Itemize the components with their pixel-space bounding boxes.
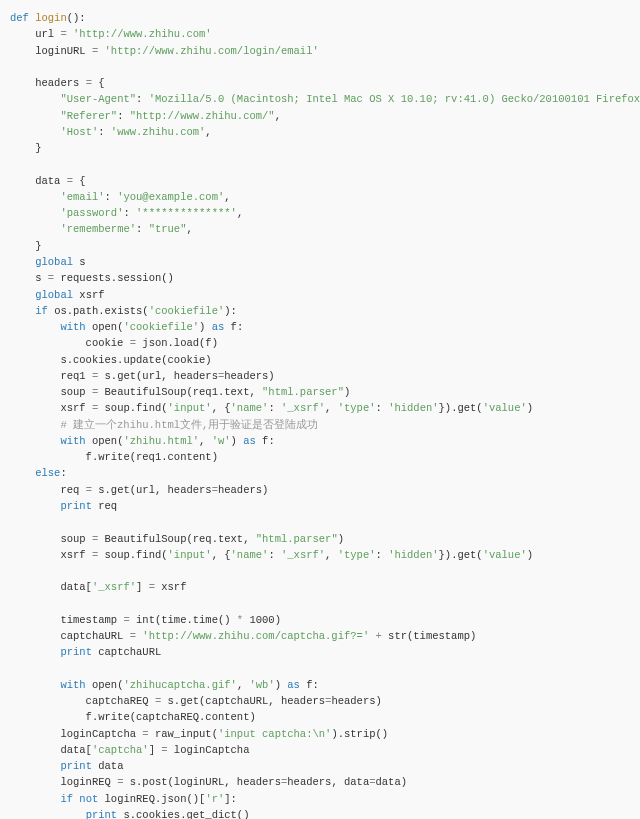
- code-token: }).get(: [439, 402, 483, 414]
- code-token: =: [149, 581, 162, 593]
- code-token: =: [92, 45, 105, 57]
- code-line: captchaURL = 'http://www.zhihu.com/captc…: [10, 630, 476, 642]
- code-token: 'cookiefile': [123, 321, 199, 333]
- code-token: , {: [212, 549, 231, 561]
- code-token: json.load(f): [142, 337, 218, 349]
- code-token: s.cookies.get_dict(): [117, 809, 249, 819]
- code-token: [10, 419, 60, 431]
- code-token: [10, 679, 60, 691]
- code-token: # 建立一个zhihu.html文件,用于验证是否登陆成功: [60, 419, 318, 431]
- code-token: [10, 191, 60, 203]
- code-token: :: [268, 549, 281, 561]
- code-token: ,: [325, 402, 338, 414]
- code-token: requests.session(): [60, 272, 173, 284]
- code-token: data[: [10, 744, 92, 756]
- code-token: timestamp: [10, 614, 123, 626]
- code-token: global: [35, 289, 73, 301]
- code-token: ,: [237, 207, 243, 219]
- code-line: with open('zhihu.html', 'w') as f:: [10, 435, 275, 447]
- code-token: "html.parser": [262, 386, 344, 398]
- code-line: soup = BeautifulSoup(req.text, "html.par…: [10, 533, 344, 545]
- code-token: 'captcha': [92, 744, 149, 756]
- code-token: BeautifulSoup(req1.text,: [105, 386, 263, 398]
- code-token: [10, 110, 60, 122]
- code-block: def login(): url = 'http://www.zhihu.com…: [10, 10, 630, 819]
- code-token: f:: [300, 679, 319, 691]
- code-line: global xsrf: [10, 289, 105, 301]
- code-token: =: [155, 695, 168, 707]
- code-token: ]:: [224, 793, 237, 805]
- code-token: 'input': [168, 549, 212, 561]
- code-token: }: [10, 240, 42, 252]
- code-token: 'input captcha:\n': [218, 728, 331, 740]
- code-token: {: [98, 77, 104, 89]
- code-token: data: [10, 175, 67, 187]
- code-token: '_xsrf': [92, 581, 136, 593]
- code-token: 'Mozilla/5.0 (Macintosh; Intel Mac OS X …: [149, 93, 640, 105]
- code-token: '_xsrf': [281, 402, 325, 414]
- code-line: captchaREQ = s.get(captchaURL, headers=h…: [10, 695, 382, 707]
- code-line: soup = BeautifulSoup(req1.text, "html.pa…: [10, 386, 350, 398]
- code-token: ,: [199, 435, 212, 447]
- code-line: xsrf = soup.find('input', {'name': '_xsr…: [10, 549, 533, 561]
- code-token: s.post(loginURL, headers: [130, 776, 281, 788]
- code-token: f.write(captchaREQ.content): [10, 711, 256, 723]
- code-token: ,: [237, 679, 250, 691]
- code-line: s = requests.session(): [10, 272, 174, 284]
- code-token: "true": [149, 223, 187, 235]
- code-line: if not loginREQ.json()['r']:: [10, 793, 237, 805]
- code-token: f.write(req1.content): [10, 451, 218, 463]
- code-line: "User-Agent": 'Mozilla/5.0 (Macintosh; I…: [10, 93, 640, 105]
- code-token: =: [117, 776, 130, 788]
- code-token: =: [161, 744, 174, 756]
- code-token: =: [130, 337, 143, 349]
- code-token: headers): [218, 484, 268, 496]
- code-token: if: [35, 305, 48, 317]
- code-token: f:: [256, 435, 275, 447]
- code-token: :: [376, 549, 389, 561]
- code-token: +: [369, 630, 388, 642]
- code-token: req: [92, 500, 117, 512]
- code-line: headers = {: [10, 77, 105, 89]
- code-token: [10, 126, 60, 138]
- code-line: global s: [10, 256, 86, 268]
- code-token: as: [287, 679, 300, 691]
- code-line: }: [10, 240, 42, 252]
- code-token: :: [136, 93, 149, 105]
- code-token: open(: [86, 321, 124, 333]
- code-token: '**************': [136, 207, 237, 219]
- code-token: as: [243, 435, 256, 447]
- code-token: url: [10, 28, 60, 40]
- code-token: :: [60, 467, 66, 479]
- code-line: with open('cookiefile') as f:: [10, 321, 243, 333]
- code-line: print data: [10, 760, 123, 772]
- code-token: print: [60, 760, 92, 772]
- code-token: ,: [275, 110, 281, 122]
- code-token: open(: [86, 435, 124, 447]
- code-token: s.get(url, headers: [105, 370, 218, 382]
- code-token: int(time.time(): [136, 614, 237, 626]
- code-line: else:: [10, 467, 67, 479]
- code-token: *: [237, 614, 250, 626]
- code-token: [10, 289, 35, 301]
- code-token: 'zhihu.html': [123, 435, 199, 447]
- code-line: 'rememberme': "true",: [10, 223, 193, 235]
- code-token: ).strip(): [331, 728, 388, 740]
- code-token: headers: [10, 77, 86, 89]
- code-token: 'you@example.com': [117, 191, 224, 203]
- code-token: ,: [186, 223, 192, 235]
- code-token: loginREQ.json()[: [98, 793, 205, 805]
- code-token: 'input': [168, 402, 212, 414]
- code-token: ():: [67, 12, 86, 24]
- code-token: "Referer": [60, 110, 117, 122]
- code-token: ): [527, 549, 533, 561]
- code-token: soup.find(: [105, 549, 168, 561]
- code-token: 'www.zhihu.com': [111, 126, 206, 138]
- code-token: print: [60, 500, 92, 512]
- code-token: ): [199, 321, 212, 333]
- code-token: "http://www.zhihu.com/": [130, 110, 275, 122]
- code-token: loginURL: [10, 45, 92, 57]
- code-line: def login():: [10, 12, 86, 24]
- code-token: req1: [10, 370, 92, 382]
- code-token: BeautifulSoup(req.text,: [105, 533, 256, 545]
